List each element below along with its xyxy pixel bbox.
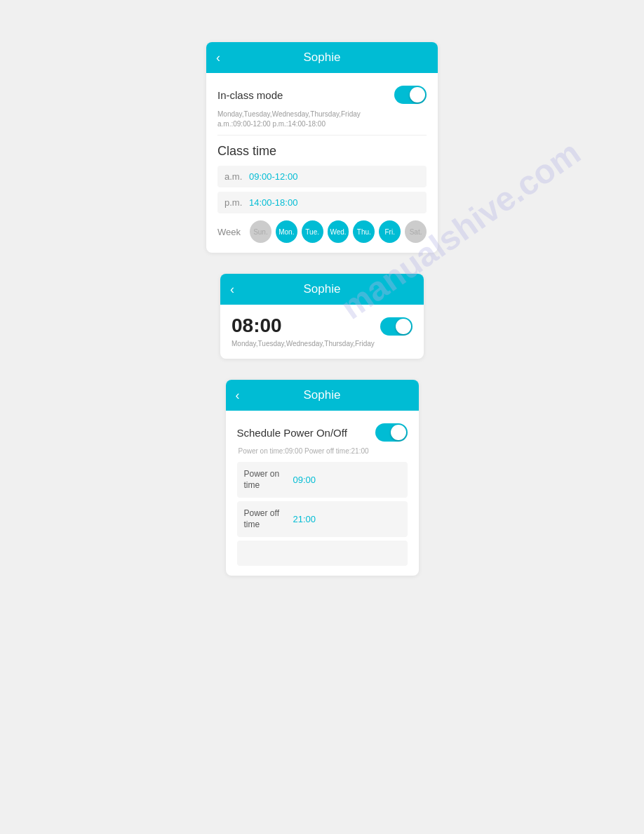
card2-header: ‹ Sophie [220, 274, 424, 305]
schedule-power-card: ‹ Sophie Schedule Power On/Off Power on … [226, 380, 419, 576]
week-label: Week [217, 227, 246, 237]
in-class-mode-row: In-class mode [217, 83, 427, 110]
am-label: a.m. [224, 171, 249, 182]
card3-title: Sophie [304, 388, 341, 402]
alarm-card: ‹ Sophie 08:00 Monday,Tuesday,Wednesday,… [220, 274, 424, 359]
card3-header: ‹ Sophie [226, 380, 419, 411]
divider [217, 135, 427, 135]
card1-title: Sophie [304, 51, 341, 65]
week-row: Week Sun. Mon. Tue. Wed. Thu. Fri. Sat. [217, 220, 427, 243]
card2-title: Sophie [304, 282, 341, 296]
day-fri[interactable]: Fri. [379, 220, 401, 243]
power-off-value: 21:00 [293, 514, 316, 524]
power-on-value: 09:00 [293, 475, 316, 485]
power-off-label: Power offtime [244, 508, 293, 530]
alarm-info: 08:00 Monday,Tuesday,Wednesday,Thursday,… [232, 315, 375, 349]
in-class-mode-toggle[interactable] [394, 86, 427, 104]
pm-label: p.m. [224, 197, 249, 208]
day-tue[interactable]: Tue. [302, 220, 323, 243]
pm-value: 14:00-18:00 [249, 197, 297, 208]
day-mon[interactable]: Mon. [276, 220, 297, 243]
toggle-knob [410, 87, 425, 102]
card2-body: 08:00 Monday,Tuesday,Wednesday,Thursday,… [220, 305, 424, 359]
back-button-3[interactable]: ‹ [236, 389, 240, 402]
day-sun[interactable]: Sun. [250, 220, 271, 243]
back-button-2[interactable]: ‹ [230, 283, 234, 296]
card3-body: Schedule Power On/Off Power on time:09:0… [226, 411, 419, 576]
schedule-power-toggle[interactable] [375, 423, 408, 442]
alarm-toggle[interactable] [380, 317, 412, 336]
day-wed[interactable]: Wed. [328, 220, 349, 243]
alarm-time: 08:00 [232, 315, 375, 337]
alarm-header-row: 08:00 Monday,Tuesday,Wednesday,Thursday,… [232, 315, 412, 349]
in-class-subtext: Monday,Tuesday,Wednesday,Thursday,Friday… [217, 110, 427, 129]
in-class-mode-label: In-class mode [217, 89, 283, 101]
card1-body: In-class mode Monday,Tuesday,Wednesday,T… [206, 73, 438, 253]
power-on-label: Power ontime [244, 469, 293, 491]
power-off-row[interactable]: Power offtime 21:00 [237, 501, 408, 537]
power-subtext: Power on time:09:00 Power off time:21:00 [237, 447, 408, 455]
alarm-toggle-knob [396, 319, 411, 334]
power-on-row[interactable]: Power ontime 09:00 [237, 462, 408, 498]
day-thu[interactable]: Thu. [353, 220, 375, 243]
schedule-toggle-knob [391, 425, 406, 440]
back-button[interactable]: ‹ [216, 51, 220, 64]
am-value: 09:00-12:00 [249, 171, 297, 182]
day-sat[interactable]: Sat. [405, 220, 427, 243]
am-time-row[interactable]: a.m. 09:00-12:00 [217, 166, 427, 187]
alarm-days: Monday,Tuesday,Wednesday,Thursday,Friday [232, 340, 375, 348]
class-time-title: Class time [217, 141, 427, 159]
schedule-power-row: Schedule Power On/Off [237, 421, 408, 447]
pm-time-row[interactable]: p.m. 14:00-18:00 [217, 192, 427, 213]
card1-header: ‹ Sophie [206, 42, 438, 73]
empty-row [237, 541, 408, 566]
in-class-mode-card: ‹ Sophie In-class mode Monday,Tuesday,We… [206, 42, 438, 253]
schedule-power-label: Schedule Power On/Off [237, 427, 347, 439]
